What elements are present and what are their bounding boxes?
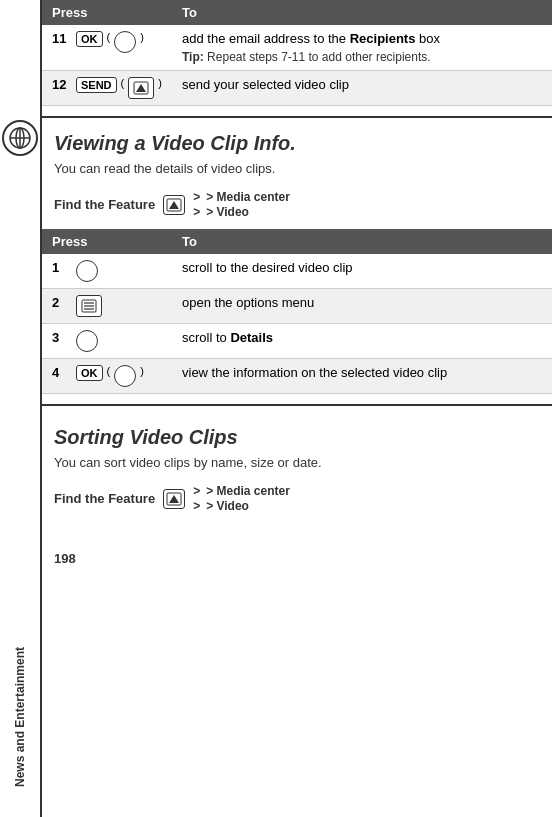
to-text-12: send your selected video clip xyxy=(182,77,349,92)
to-cell-12: send your selected video clip xyxy=(172,71,552,106)
table-row: 1 scroll to the desired video clip xyxy=(42,254,552,289)
table-row: 4 OK ( ) view the information on the sel… xyxy=(42,359,552,394)
viewing-desc: You can read the details of video clips. xyxy=(42,159,552,184)
row-number-v1: 1 xyxy=(52,260,72,275)
tip-text-11: Tip: Repeat steps 7-11 to add other reci… xyxy=(182,50,542,64)
nav-path-item-1: > > Media center xyxy=(193,190,290,204)
press-cell-v3: 3 xyxy=(42,324,172,359)
table-row: 12 SEND ( ) xyxy=(42,71,552,106)
circle-icon-11 xyxy=(114,31,136,53)
top-table: Press To 11 OK ( ) xyxy=(42,0,552,106)
find-feature-nav-sorting: > > Media center > > Video xyxy=(193,484,290,513)
top-table-to-header: To xyxy=(172,0,552,25)
nav-media-center-viewing: > Media center xyxy=(206,190,290,204)
viewing-table-to-header: To xyxy=(172,229,552,254)
press-cell-v1: 1 xyxy=(42,254,172,289)
press-cell-12: 12 SEND ( ) xyxy=(42,71,172,106)
paren-close-v4: ) xyxy=(140,365,144,377)
send-button-12: SEND xyxy=(76,77,117,93)
table-row: 3 scroll to Details xyxy=(42,324,552,359)
media-center-icon-sorting xyxy=(163,489,185,509)
row-number-11: 11 xyxy=(52,31,72,46)
ok-button-11: OK xyxy=(76,31,103,47)
details-bold: Details xyxy=(230,330,273,345)
paren-open-v4: ( xyxy=(107,365,111,377)
find-feature-row-viewing: Find the Feature > > Media center > xyxy=(42,184,552,229)
viewing-section: Viewing a Video Clip Info. You can read … xyxy=(42,118,552,394)
row-number-v3: 3 xyxy=(52,330,72,345)
sorting-nav-video: > Video xyxy=(206,499,249,513)
to-cell-v3: scroll to Details xyxy=(172,324,552,359)
sorting-nav-path-item-2: > > Video xyxy=(193,499,249,513)
paren-open-12: ( xyxy=(121,77,125,89)
ok-button-v4: OK xyxy=(76,365,103,381)
sidebar: News and Entertainment xyxy=(0,0,42,817)
to-text-v2: open the options menu xyxy=(182,295,314,310)
top-table-press-header: Press xyxy=(42,0,172,25)
find-feature-nav-viewing: > > Media center > > Video xyxy=(193,190,290,219)
row-number-v4: 4 xyxy=(52,365,72,380)
sorting-desc: You can sort video clips by name, size o… xyxy=(42,453,552,478)
row-number-v2: 2 xyxy=(52,295,72,310)
press-cell-v2: 2 xyxy=(42,289,172,324)
svg-marker-13 xyxy=(169,495,179,503)
sorting-nav-media-center: > Media center xyxy=(206,484,290,498)
main-content: Press To 11 OK ( ) xyxy=(42,0,552,817)
viewing-heading: Viewing a Video Clip Info. xyxy=(42,118,552,159)
globe-icon xyxy=(2,120,38,156)
to-cell-v2: open the options menu xyxy=(172,289,552,324)
to-text-v1: scroll to the desired video clip xyxy=(182,260,353,275)
nav-icon-12 xyxy=(128,77,154,99)
sorting-heading: Sorting Video Clips xyxy=(42,412,552,453)
circle-icon-v4 xyxy=(114,365,136,387)
find-feature-row-sorting: Find the Feature > > Media center > xyxy=(42,478,552,523)
paren-close-12: ) xyxy=(158,77,162,89)
nav-video-viewing: > Video xyxy=(206,205,249,219)
to-cell-v1: scroll to the desired video clip xyxy=(172,254,552,289)
to-text-11: add the email address to the Recipients … xyxy=(182,31,542,46)
menu-icon-v2 xyxy=(76,295,102,317)
svg-marker-5 xyxy=(136,84,146,92)
table-row: 2 xyxy=(42,289,552,324)
viewing-table: Press To 1 scroll to xyxy=(42,229,552,394)
press-cell-11: 11 OK ( ) xyxy=(42,25,172,71)
page-number: 198 xyxy=(42,543,552,574)
paren-open-11: ( xyxy=(107,31,111,43)
paren-close-11: ) xyxy=(140,31,144,43)
press-cell-v4: 4 OK ( ) xyxy=(42,359,172,394)
page-wrapper: News and Entertainment Press To 11 OK xyxy=(0,0,552,817)
sidebar-label: News and Entertainment xyxy=(13,647,27,787)
viewing-table-press-header: Press xyxy=(42,229,172,254)
media-center-icon-viewing xyxy=(163,195,185,215)
sorting-section: Sorting Video Clips You can sort video c… xyxy=(42,406,552,523)
circle-icon-v1 xyxy=(76,260,98,282)
sorting-nav-path-item-1: > > Media center xyxy=(193,484,290,498)
to-cell-11: add the email address to the Recipients … xyxy=(172,25,552,71)
table-row: 11 OK ( ) add the email address to the R… xyxy=(42,25,552,71)
recipients-bold: Recipients xyxy=(350,31,416,46)
to-text-v4: view the information on the selected vid… xyxy=(182,365,447,380)
circle-icon-v3 xyxy=(76,330,98,352)
nav-path-item-2: > > Video xyxy=(193,205,249,219)
svg-marker-7 xyxy=(169,201,179,209)
to-cell-v4: view the information on the selected vid… xyxy=(172,359,552,394)
row-number-12: 12 xyxy=(52,77,72,92)
find-feature-label-sorting: Find the Feature xyxy=(54,491,155,506)
find-feature-label-viewing: Find the Feature xyxy=(54,197,155,212)
